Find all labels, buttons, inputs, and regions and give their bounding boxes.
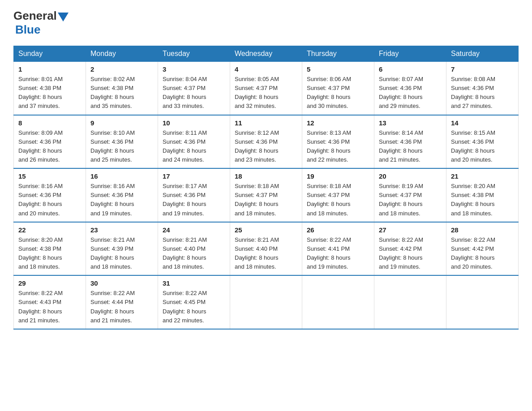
- calendar-cell: 20Sunrise: 8:19 AM Sunset: 4:37 PM Dayli…: [374, 168, 446, 222]
- day-info: Sunrise: 8:12 AM Sunset: 4:36 PM Dayligh…: [235, 128, 297, 165]
- day-number: 12: [307, 119, 369, 127]
- day-info: Sunrise: 8:05 AM Sunset: 4:37 PM Dayligh…: [235, 75, 297, 111]
- day-info: Sunrise: 8:21 AM Sunset: 4:40 PM Dayligh…: [163, 235, 225, 272]
- calendar-cell: [302, 275, 374, 329]
- calendar-cell: [230, 275, 302, 329]
- calendar-cell: 24Sunrise: 8:21 AM Sunset: 4:40 PM Dayli…: [158, 222, 230, 276]
- day-number: 5: [307, 65, 369, 73]
- calendar-week-row: 22Sunrise: 8:20 AM Sunset: 4:38 PM Dayli…: [14, 222, 519, 276]
- day-number: 8: [18, 119, 81, 127]
- page-header: General Blue: [13, 9, 519, 37]
- day-info: Sunrise: 8:08 AM Sunset: 4:36 PM Dayligh…: [451, 75, 514, 111]
- calendar-week-row: 1Sunrise: 8:01 AM Sunset: 4:38 PM Daylig…: [14, 62, 519, 115]
- calendar-cell: 18Sunrise: 8:18 AM Sunset: 4:37 PM Dayli…: [230, 168, 302, 222]
- logo: General Blue: [13, 9, 69, 37]
- day-info: Sunrise: 8:18 AM Sunset: 4:37 PM Dayligh…: [235, 182, 297, 218]
- day-info: Sunrise: 8:16 AM Sunset: 4:36 PM Dayligh…: [90, 182, 153, 218]
- day-info: Sunrise: 8:21 AM Sunset: 4:39 PM Dayligh…: [90, 235, 153, 272]
- day-info: Sunrise: 8:18 AM Sunset: 4:37 PM Dayligh…: [307, 182, 369, 218]
- day-info: Sunrise: 8:21 AM Sunset: 4:40 PM Dayligh…: [235, 235, 297, 272]
- day-info: Sunrise: 8:15 AM Sunset: 4:36 PM Dayligh…: [451, 128, 514, 165]
- day-number: 10: [163, 119, 225, 127]
- day-info: Sunrise: 8:06 AM Sunset: 4:37 PM Dayligh…: [307, 75, 369, 111]
- calendar-cell: 7Sunrise: 8:08 AM Sunset: 4:36 PM Daylig…: [446, 62, 519, 115]
- day-number: 9: [90, 119, 153, 127]
- calendar-cell: 28Sunrise: 8:22 AM Sunset: 4:42 PM Dayli…: [446, 222, 519, 276]
- day-number: 15: [18, 172, 81, 180]
- day-info: Sunrise: 8:01 AM Sunset: 4:38 PM Dayligh…: [18, 75, 81, 111]
- calendar-header-monday: Monday: [86, 46, 158, 62]
- logo-blue-text: Blue: [15, 23, 40, 36]
- calendar-header-row: SundayMondayTuesdayWednesdayThursdayFrid…: [14, 46, 519, 62]
- day-number: 19: [307, 172, 369, 180]
- calendar-cell: 26Sunrise: 8:22 AM Sunset: 4:41 PM Dayli…: [302, 222, 374, 276]
- day-info: Sunrise: 8:17 AM Sunset: 4:36 PM Dayligh…: [163, 182, 225, 218]
- day-info: Sunrise: 8:22 AM Sunset: 4:45 PM Dayligh…: [163, 289, 225, 325]
- day-number: 27: [379, 226, 442, 234]
- day-info: Sunrise: 8:22 AM Sunset: 4:41 PM Dayligh…: [307, 235, 369, 272]
- calendar-cell: [374, 275, 446, 329]
- day-info: Sunrise: 8:19 AM Sunset: 4:37 PM Dayligh…: [379, 182, 442, 218]
- calendar-cell: 29Sunrise: 8:22 AM Sunset: 4:43 PM Dayli…: [14, 275, 86, 329]
- day-info: Sunrise: 8:07 AM Sunset: 4:36 PM Dayligh…: [379, 75, 442, 111]
- calendar-cell: 19Sunrise: 8:18 AM Sunset: 4:37 PM Dayli…: [302, 168, 374, 222]
- calendar-header-thursday: Thursday: [302, 46, 374, 62]
- calendar-cell: 30Sunrise: 8:22 AM Sunset: 4:44 PM Dayli…: [86, 275, 158, 329]
- calendar-cell: 14Sunrise: 8:15 AM Sunset: 4:36 PM Dayli…: [446, 115, 519, 169]
- calendar-cell: 3Sunrise: 8:04 AM Sunset: 4:37 PM Daylig…: [158, 62, 230, 115]
- calendar-cell: 23Sunrise: 8:21 AM Sunset: 4:39 PM Dayli…: [86, 222, 158, 276]
- day-info: Sunrise: 8:16 AM Sunset: 4:36 PM Dayligh…: [18, 182, 81, 218]
- day-number: 17: [163, 172, 225, 180]
- day-info: Sunrise: 8:02 AM Sunset: 4:38 PM Dayligh…: [90, 75, 153, 111]
- calendar-header-sunday: Sunday: [14, 46, 86, 62]
- day-number: 4: [235, 65, 297, 73]
- calendar-cell: 31Sunrise: 8:22 AM Sunset: 4:45 PM Dayli…: [158, 275, 230, 329]
- day-info: Sunrise: 8:20 AM Sunset: 4:38 PM Dayligh…: [18, 235, 81, 272]
- calendar-header-friday: Friday: [374, 46, 446, 62]
- calendar-table: SundayMondayTuesdayWednesdayThursdayFrid…: [13, 46, 519, 330]
- day-info: Sunrise: 8:10 AM Sunset: 4:36 PM Dayligh…: [90, 128, 153, 165]
- calendar-cell: 27Sunrise: 8:22 AM Sunset: 4:42 PM Dayli…: [374, 222, 446, 276]
- calendar-cell: 8Sunrise: 8:09 AM Sunset: 4:36 PM Daylig…: [14, 115, 86, 169]
- calendar-week-row: 29Sunrise: 8:22 AM Sunset: 4:43 PM Dayli…: [14, 275, 519, 329]
- day-info: Sunrise: 8:22 AM Sunset: 4:43 PM Dayligh…: [18, 289, 81, 325]
- day-number: 29: [18, 279, 81, 287]
- calendar-week-row: 8Sunrise: 8:09 AM Sunset: 4:36 PM Daylig…: [14, 115, 519, 169]
- calendar-cell: 10Sunrise: 8:11 AM Sunset: 4:36 PM Dayli…: [158, 115, 230, 169]
- calendar-cell: 2Sunrise: 8:02 AM Sunset: 4:38 PM Daylig…: [86, 62, 158, 115]
- day-number: 31: [163, 279, 225, 287]
- calendar-header-saturday: Saturday: [446, 46, 519, 62]
- calendar-cell: 25Sunrise: 8:21 AM Sunset: 4:40 PM Dayli…: [230, 222, 302, 276]
- day-number: 21: [451, 172, 514, 180]
- calendar-cell: 6Sunrise: 8:07 AM Sunset: 4:36 PM Daylig…: [374, 62, 446, 115]
- calendar-cell: 1Sunrise: 8:01 AM Sunset: 4:38 PM Daylig…: [14, 62, 86, 115]
- day-number: 22: [18, 226, 81, 234]
- calendar-cell: [446, 275, 519, 329]
- calendar-week-row: 15Sunrise: 8:16 AM Sunset: 4:36 PM Dayli…: [14, 168, 519, 222]
- calendar-header-tuesday: Tuesday: [158, 46, 230, 62]
- calendar-cell: 4Sunrise: 8:05 AM Sunset: 4:37 PM Daylig…: [230, 62, 302, 115]
- day-number: 20: [379, 172, 442, 180]
- day-number: 25: [235, 226, 297, 234]
- calendar-cell: 11Sunrise: 8:12 AM Sunset: 4:36 PM Dayli…: [230, 115, 302, 169]
- calendar-cell: 17Sunrise: 8:17 AM Sunset: 4:36 PM Dayli…: [158, 168, 230, 222]
- day-info: Sunrise: 8:09 AM Sunset: 4:36 PM Dayligh…: [18, 128, 81, 165]
- calendar-cell: 9Sunrise: 8:10 AM Sunset: 4:36 PM Daylig…: [86, 115, 158, 169]
- day-number: 24: [163, 226, 225, 234]
- day-number: 3: [163, 65, 225, 73]
- day-number: 7: [451, 65, 514, 73]
- day-info: Sunrise: 8:22 AM Sunset: 4:42 PM Dayligh…: [451, 235, 514, 272]
- calendar-cell: 22Sunrise: 8:20 AM Sunset: 4:38 PM Dayli…: [14, 222, 86, 276]
- day-number: 16: [90, 172, 153, 180]
- calendar-cell: 13Sunrise: 8:14 AM Sunset: 4:36 PM Dayli…: [374, 115, 446, 169]
- calendar-cell: 5Sunrise: 8:06 AM Sunset: 4:37 PM Daylig…: [302, 62, 374, 115]
- day-number: 23: [90, 226, 153, 234]
- day-info: Sunrise: 8:22 AM Sunset: 4:44 PM Dayligh…: [90, 289, 153, 325]
- day-number: 30: [90, 279, 153, 287]
- day-number: 6: [379, 65, 442, 73]
- calendar-cell: 12Sunrise: 8:13 AM Sunset: 4:36 PM Dayli…: [302, 115, 374, 169]
- day-info: Sunrise: 8:22 AM Sunset: 4:42 PM Dayligh…: [379, 235, 442, 272]
- logo-triangle-icon: [58, 13, 69, 21]
- logo-general-text: General: [13, 9, 57, 23]
- calendar-cell: 15Sunrise: 8:16 AM Sunset: 4:36 PM Dayli…: [14, 168, 86, 222]
